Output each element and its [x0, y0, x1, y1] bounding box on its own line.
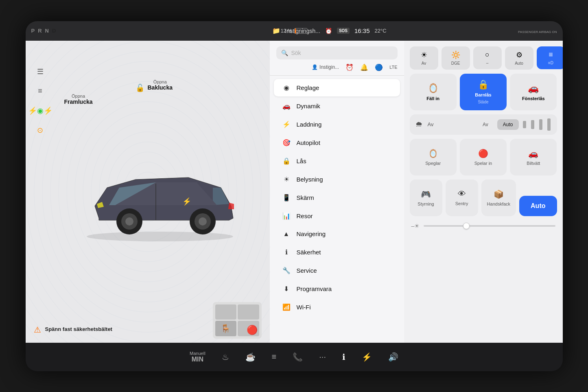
dim-icon: ○	[485, 50, 490, 59]
programvara-icon: ⬇	[282, 285, 291, 293]
fonster-icon: 🚗	[528, 83, 539, 94]
phone-icon: 📞	[293, 352, 303, 362]
prnd-display: P R N D	[31, 28, 56, 34]
slider-thumb[interactable]	[463, 223, 470, 229]
dynamik-label: Dynamik	[297, 103, 320, 109]
menu-item-navigering[interactable]: ▲ Navigering	[274, 226, 400, 243]
wiper-speed-4[interactable]	[547, 118, 551, 131]
volume-icon: 🔊	[388, 352, 398, 362]
fall-in-icon: 🪞	[428, 83, 439, 94]
top-icons-row: 👤 Instigin... ⏰ 🔔 🔵 LTE	[270, 64, 404, 76]
laddning-label: Laddning	[297, 121, 322, 128]
menu-item-belysning[interactable]: ☀ Belysning	[274, 171, 400, 188]
wiper-speed-1[interactable]	[523, 121, 526, 128]
light-btn-dge[interactable]: 🔆 DGE	[442, 46, 470, 70]
menu-item-wifi[interactable]: 📶 Wi-Fi	[274, 298, 400, 316]
menu-item-skarm[interactable]: 📱 Skärm	[274, 189, 400, 206]
warning-text: Spänn fast säkerhetsbältet	[45, 326, 112, 333]
eco-icon[interactable]: ⚡◉⚡	[34, 104, 47, 117]
lock-fonsterlås[interactable]: 🚗 Fönsterlås	[510, 74, 557, 110]
auto-button[interactable]: Auto	[519, 196, 557, 216]
car-image: ⚡	[58, 102, 262, 302]
lock-barnas[interactable]: 🔒 Barnlås Städe	[460, 74, 507, 110]
mirrors-row: 🪞 Speglar 🔴 Spelar in 🚗 Biltvätt	[410, 139, 557, 175]
menu-item-laddning[interactable]: ⚡ Laddning	[274, 116, 400, 133]
service-label: Service	[297, 267, 317, 274]
service-icon: 🔧	[282, 267, 291, 274]
tire-icon[interactable]: ⊙	[34, 124, 47, 137]
profile-name-label: Instigin...	[319, 64, 339, 70]
taskbar-phone[interactable]: 📞	[293, 352, 303, 362]
menu-item-autopilot[interactable]: 🎯 Autopilot	[274, 134, 400, 151]
taskbar-volume[interactable]: 🔊	[388, 352, 398, 362]
handskfack-icon: 📦	[494, 189, 504, 199]
dynamik-icon: 🚗	[282, 102, 291, 110]
sos-badge: SOS	[337, 28, 350, 34]
folder-icon: 📁	[272, 27, 280, 35]
fan-icon[interactable]: ≡	[34, 85, 47, 98]
wiper-speed-3[interactable]	[539, 119, 542, 130]
styrning-icon: 🎮	[421, 189, 431, 199]
lights-icon[interactable]: ☰	[34, 65, 47, 78]
taskbar-heat1[interactable]: ♨	[222, 352, 229, 362]
light-btn-high[interactable]: ≡ ≡D	[537, 46, 563, 69]
lte-icon[interactable]: LTE	[389, 65, 397, 70]
menu-item-reglage[interactable]: ◉ Reglage	[274, 79, 400, 96]
taskbar-fan[interactable]: ≡	[272, 352, 277, 361]
sentry-card[interactable]: 👁 Sentry	[446, 180, 478, 216]
brightness-row: –☀	[410, 220, 557, 232]
handskfack-card[interactable]: 📦 Handskfack	[481, 180, 516, 216]
bell-icon[interactable]: 🔔	[360, 64, 368, 71]
taskbar-info[interactable]: ℹ	[342, 352, 345, 362]
biltvatt-card[interactable]: 🚗 Biltvätt	[510, 139, 557, 175]
svg-point-6	[199, 217, 207, 226]
taskbar-coffee[interactable]: ☕	[245, 352, 256, 362]
menu-item-las[interactable]: 🔒 Lås	[274, 152, 400, 170]
bluetooth-icon[interactable]: 🔵	[375, 64, 383, 71]
spelar-in-icon: 🔴	[478, 149, 488, 158]
profile-section[interactable]: 👤 Instigin...	[312, 64, 339, 70]
reglage-icon: ◉	[282, 84, 291, 92]
laddning-icon: ⚡	[282, 120, 291, 128]
profile-icon: 👤	[312, 64, 318, 70]
wiper-speed-2[interactable]	[531, 120, 534, 129]
brightness-slider[interactable]	[424, 225, 555, 227]
taskbar-dots[interactable]: ···	[319, 352, 326, 361]
steering-row: 🎮 Styrning 👁 Sentry 📦 Handskfack	[410, 180, 516, 216]
menu-item-sakerhet[interactable]: ℹ Säkerhet	[274, 243, 400, 261]
lock-icon-top: 🔓	[136, 83, 144, 92]
menu-item-resor[interactable]: 📊 Resor	[274, 207, 400, 225]
las-label: Lås	[297, 158, 306, 164]
baklucka-label[interactable]: Öppna Baklucka	[148, 79, 173, 91]
lock-fall-in[interactable]: 🪞 Fäll in	[410, 74, 457, 110]
sakerhet-icon: ℹ	[282, 248, 291, 256]
menu-item-programvara[interactable]: ⬇ Programvara	[274, 280, 400, 298]
menu-item-dynamik[interactable]: 🚗 Dynamik	[274, 97, 400, 115]
navigering-label: Navigering	[297, 230, 326, 237]
wiper-btn-av[interactable]: Av	[477, 119, 494, 130]
av-icon: ☀	[421, 50, 427, 59]
wifi-label: Wi-Fi	[297, 304, 311, 311]
alarm-header-icon[interactable]: ⏰	[345, 64, 354, 71]
menu-item-service[interactable]: 🔧 Service	[274, 262, 400, 279]
wiper-btn-auto[interactable]: Auto	[497, 119, 519, 130]
styrning-card[interactable]: 🎮 Styrning	[410, 180, 442, 216]
taskbar-manuell[interactable]: Manuell MIN	[190, 351, 205, 363]
taskbar-bluetooth[interactable]: ⚡	[362, 352, 372, 362]
car-view-panel: ☰ ≡ ⚡◉⚡ ⊙ Öppna Framlucka 🔓 Öppna Bakluc…	[26, 41, 270, 343]
light-btn-av[interactable]: ☀ Av	[410, 46, 438, 70]
seat-widget[interactable]: 🪑 🔴	[213, 302, 262, 339]
light-btn-auto[interactable]: ⚙ Auto	[505, 46, 533, 70]
search-input-wrap[interactable]: 🔍 Sök	[276, 46, 398, 59]
auto-icon: ⚙	[516, 50, 522, 59]
time-display: 16:35	[354, 27, 370, 34]
speglar-card[interactable]: 🪞 Speglar	[410, 139, 457, 175]
spelar-in-card[interactable]: 🔴 Spelar in	[460, 139, 507, 175]
info-icon: ℹ	[342, 352, 345, 362]
status-bar: P R N D 12 % 📁 Instigningsh... ⏰ SOS	[26, 21, 563, 41]
sentry-icon: 👁	[458, 189, 466, 199]
biltvatt-icon: 🚗	[528, 149, 538, 158]
search-placeholder: Sök	[291, 50, 301, 56]
wiper-icon: 🌧	[415, 120, 423, 129]
light-btn-dim[interactable]: ○ –	[473, 46, 502, 69]
